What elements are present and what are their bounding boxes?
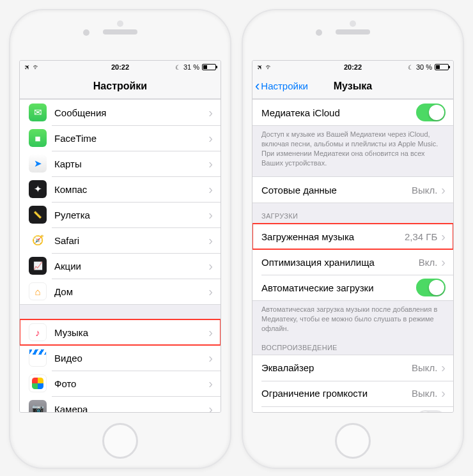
toggle-icloud[interactable] [416,104,446,121]
status-bar: ✈ ᯤ 20:22 ☾ 30 % [252,61,453,73]
row-sound-check[interactable]: Коррекция громкости [252,406,453,412]
playback-header: ВОСПРОИЗВЕДЕНИЕ [252,335,453,355]
chevron-right-icon: › [208,182,213,197]
toggle-sound-check[interactable] [416,410,446,412]
music-settings[interactable]: Медиатека iCloud Доступ к музыке из Ваше… [252,99,453,412]
chevron-right-icon: › [208,131,213,146]
row-label: Дом [54,286,208,297]
row-label: Фото [54,378,208,389]
chevron-right-icon: › [208,351,213,365]
chevron-right-icon: › [441,229,446,244]
settings-row-messages[interactable]: ✉︎ Сообщения › [20,100,221,125]
settings-row-measure[interactable]: 📏 Рулетка › [20,202,221,227]
battery-icon [202,64,216,70]
row-label: Эквалайзер [261,362,412,373]
battery-percent: 30 % [416,63,432,71]
chevron-right-icon: › [441,386,446,401]
row-value: Выкл. [412,388,437,399]
sensor-dot [117,20,123,27]
settings-row-safari[interactable]: 🧭 Safari › [20,227,221,253]
row-label: Сообщения [54,107,208,118]
music-icon: ♪ [29,323,47,341]
front-camera [83,29,89,36]
toggle-auto-downloads[interactable] [416,279,446,296]
earpiece [336,29,370,35]
battery-percent: 31 % [183,63,199,71]
row-optimize-storage[interactable]: Оптимизация хранилища Вкл. › [252,249,453,275]
row-label: Камера [54,404,208,413]
nav-bar: ‹ Настройки Музыка [252,73,453,99]
row-label: Музыка [54,327,208,338]
settings-row-music[interactable]: ♪ Музыка › [20,319,221,345]
settings-row-compass[interactable]: ✦ Компас › [20,176,221,202]
row-volume-limit[interactable]: Ограничение громкости Выкл. › [252,381,453,406]
iphone-frame-right: ✈ ᯤ 20:22 ☾ 30 % ‹ Настройки Музыка Меди… [242,9,464,469]
row-downloaded-music[interactable]: Загруженная музыка 2,34 ГБ › [252,224,453,249]
settings-row-camera[interactable]: 📷 Камера › [20,396,221,412]
safari-icon: 🧭 [29,231,47,249]
nav-bar: Настройки [20,73,221,99]
settings-row-video[interactable]: Видео › [20,345,221,371]
measure-icon: 📏 [29,206,47,224]
chevron-left-icon: ‹ [255,79,260,93]
maps-icon: ➤ [29,155,47,173]
row-value: Вкл. [419,257,438,268]
row-label: Автоматические загрузки [261,282,416,293]
row-label: Ограничение громкости [261,388,412,399]
home-button[interactable] [102,423,138,459]
do-not-disturb-icon: ☾ [408,64,414,71]
row-label: Медиатека iCloud [261,107,416,118]
settings-row-maps[interactable]: ➤ Карты › [20,151,221,176]
chevron-right-icon: › [441,360,446,375]
row-eq[interactable]: Эквалайзер Выкл. › [252,355,453,381]
row-icloud-library[interactable]: Медиатека iCloud [252,100,453,125]
chevron-right-icon: › [208,233,213,248]
downloads-header: ЗАГРУЗКИ [252,203,453,223]
row-cellular-data[interactable]: Сотовые данные Выкл. › [252,177,453,203]
row-label: Сотовые данные [261,185,412,196]
screen-left: ✈ ᯤ 20:22 ☾ 31 % Настройки ✉︎ Сообщения … [19,60,221,413]
photos-icon [29,374,47,392]
battery-icon [435,64,449,70]
chevron-right-icon: › [208,208,213,222]
row-auto-downloads[interactable]: Автоматические загрузки [252,275,453,300]
back-button[interactable]: ‹ Настройки [252,79,308,93]
settings-row-stocks[interactable]: 📈 Акции › [20,253,221,279]
screen-right: ✈ ᯤ 20:22 ☾ 30 % ‹ Настройки Музыка Меди… [252,60,454,413]
messages-icon: ✉︎ [29,104,47,121]
row-value: Выкл. [412,185,437,196]
settings-row-home[interactable]: ⌂ Дом › [20,279,221,304]
row-value: 2,34 ГБ [405,231,437,242]
chevron-right-icon: › [208,105,213,120]
nav-title: Настройки [20,81,221,92]
icloud-footer: Доступ к музыке из Вашей Медиатеки через… [252,126,453,169]
autodl-footer: Автоматическая загрузка музыки после доб… [252,301,453,335]
row-label: Safari [54,235,208,246]
row-label: Оптимизация хранилища [261,257,419,268]
home-icon: ⌂ [29,282,47,300]
chevron-right-icon: › [441,255,446,270]
row-label: Компас [54,184,208,195]
settings-row-photos[interactable]: Фото › [20,371,221,396]
status-time: 20:22 [344,63,362,71]
chevron-right-icon: › [208,376,213,391]
settings-list[interactable]: ✉︎ Сообщения › ■ FaceTime › ➤ Карты › ✦ … [20,99,221,412]
status-bar: ✈ ᯤ 20:22 ☾ 31 % [20,61,221,73]
wifi-icon: ᯤ [265,63,273,72]
row-label: Акции [54,261,208,272]
row-value: Выкл. [412,362,437,373]
status-time: 20:22 [111,63,129,71]
airplane-icon: ✈ [22,62,33,72]
camera-icon: 📷 [29,400,47,412]
chevron-right-icon: › [208,284,213,299]
home-button[interactable] [335,423,371,459]
row-label: Загруженная музыка [261,231,405,242]
settings-row-facetime[interactable]: ■ FaceTime › [20,125,221,151]
row-label: FaceTime [54,133,208,144]
do-not-disturb-icon: ☾ [175,64,181,71]
iphone-frame-left: ✈ ᯤ 20:22 ☾ 31 % Настройки ✉︎ Сообщения … [9,9,231,469]
chevron-right-icon: › [208,157,213,171]
compass-icon: ✦ [29,180,47,198]
earpiece [103,29,137,35]
chevron-right-icon: › [208,259,213,273]
